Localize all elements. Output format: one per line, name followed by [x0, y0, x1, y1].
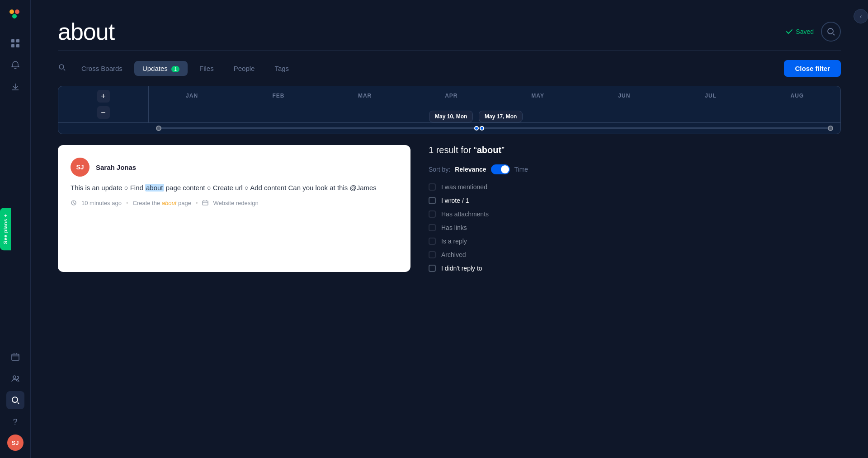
right-panel: 1 result for “about” Sort by: Relevance … — [429, 145, 573, 272]
tab-tags[interactable]: Tags — [266, 61, 297, 76]
time-ago: 10 minutes ago — [81, 200, 122, 206]
board-label: Website redesign — [213, 200, 258, 206]
card-avatar: SJ — [71, 158, 90, 177]
tab-people[interactable]: People — [226, 61, 263, 76]
tab-cross-boards[interactable]: Cross Boards — [73, 61, 131, 76]
page-title: about — [58, 18, 114, 45]
filter-reply-checkbox[interactable] — [429, 238, 436, 245]
tab-search-icon[interactable] — [58, 63, 66, 74]
month-mar: MAR — [322, 86, 408, 122]
filter-list: I was mentioned I wrote / 1 Has attachme… — [429, 183, 573, 272]
svg-point-8 — [13, 376, 16, 379]
filter-attachments-checkbox[interactable] — [429, 210, 436, 218]
svg-point-2 — [12, 14, 17, 19]
sort-toggle[interactable] — [491, 164, 510, 174]
svg-rect-7 — [12, 354, 19, 360]
filter-archived-checkbox[interactable] — [429, 251, 436, 258]
tab-updates-badge: 1 — [171, 66, 179, 72]
clock-icon — [71, 200, 77, 206]
filter-mentioned-checkbox[interactable] — [429, 183, 436, 191]
task-label: Create the about page — [132, 200, 191, 206]
content-area: SJ Sarah Jonas This is an update ○ Find … — [58, 145, 841, 272]
month-jan: JAN — [149, 86, 235, 122]
header-divider — [58, 51, 841, 51]
svg-point-0 — [9, 9, 14, 14]
task-highlight: about — [162, 200, 177, 206]
update-card: SJ Sarah Jonas This is an update ○ Find … — [58, 145, 410, 272]
app-logo[interactable] — [7, 7, 24, 23]
card-author-name: Sarah Jonas — [96, 164, 136, 171]
tab-files[interactable]: Files — [191, 61, 222, 76]
header-search-button[interactable] — [821, 22, 841, 42]
help-icon[interactable]: ? — [6, 413, 24, 431]
filter-no-reply[interactable]: I didn't reply to — [429, 265, 573, 272]
people-icon[interactable] — [6, 369, 24, 388]
grid-icon[interactable] — [6, 34, 24, 52]
body-highlight: about — [145, 184, 164, 192]
svg-rect-3 — [11, 39, 14, 42]
filter-links-checkbox[interactable] — [429, 224, 436, 231]
card-body: This is an update ○ Find about page cont… — [71, 183, 398, 193]
card-meta: 10 minutes ago • Create the about page •… — [71, 200, 398, 206]
timeline: + − JAN FEB MAR APR MAY JUN JUL AUG — [58, 86, 841, 134]
timeline-tooltip-right: May 17, Mon — [479, 111, 523, 122]
download-icon[interactable] — [6, 78, 24, 96]
timeline-handle[interactable] — [474, 126, 484, 131]
sort-label: Sort by: — [429, 166, 450, 173]
filter-mentioned[interactable]: I was mentioned — [429, 183, 573, 191]
month-jul: JUL — [668, 86, 754, 122]
see-plans-banner[interactable]: See plans + — [0, 208, 11, 250]
calendar-icon[interactable] — [6, 348, 24, 366]
month-feb: FEB — [235, 86, 321, 122]
saved-badge: Saved — [786, 28, 814, 35]
filter-wrote-checkbox[interactable] — [429, 197, 436, 204]
close-filter-button[interactable]: Close filter — [784, 60, 841, 77]
filter-reply[interactable]: Is a reply — [429, 238, 573, 245]
main-content: about Saved Cross Boards Updates — [31, 0, 868, 458]
filter-links[interactable]: Has links — [429, 224, 573, 231]
search-nav-icon[interactable] — [6, 391, 24, 409]
toggle-knob — [501, 165, 509, 173]
header-actions: Saved — [786, 22, 841, 42]
svg-rect-13 — [203, 201, 208, 205]
collapse-button[interactable]: ‹ — [854, 9, 868, 23]
tab-updates[interactable]: Updates 1 — [134, 61, 188, 76]
card-author: SJ Sarah Jonas — [71, 158, 398, 177]
timeline-tooltip-left: May 10, Mon — [429, 111, 473, 122]
board-icon — [202, 200, 208, 206]
zoom-out-button[interactable]: − — [97, 106, 110, 119]
month-aug: AUG — [754, 86, 840, 122]
filter-no-reply-checkbox[interactable] — [429, 265, 436, 272]
page-header: about Saved — [58, 18, 841, 45]
zoom-in-button[interactable]: + — [97, 90, 110, 103]
filter-archived[interactable]: Archived — [429, 251, 573, 258]
svg-point-10 — [828, 28, 833, 34]
tab-bar: Cross Boards Updates 1 Files People Tags… — [58, 60, 841, 77]
timeline-controls: + − — [58, 86, 149, 122]
sort-time[interactable]: Time — [514, 166, 528, 173]
svg-point-1 — [15, 9, 19, 14]
results-title: 1 result for “about” — [429, 145, 573, 155]
filter-wrote[interactable]: I wrote / 1 — [429, 197, 573, 204]
bell-icon[interactable] — [6, 56, 24, 74]
sort-row: Sort by: Relevance Time — [429, 164, 573, 174]
svg-point-11 — [59, 65, 64, 69]
user-avatar[interactable]: SJ — [7, 435, 24, 451]
svg-rect-6 — [16, 44, 19, 47]
sort-relevance[interactable]: Relevance — [455, 166, 486, 173]
svg-rect-5 — [11, 44, 14, 47]
filter-attachments[interactable]: Has attachments — [429, 210, 573, 218]
svg-point-9 — [12, 397, 18, 402]
svg-rect-4 — [16, 39, 19, 42]
month-jun: JUN — [581, 86, 667, 122]
